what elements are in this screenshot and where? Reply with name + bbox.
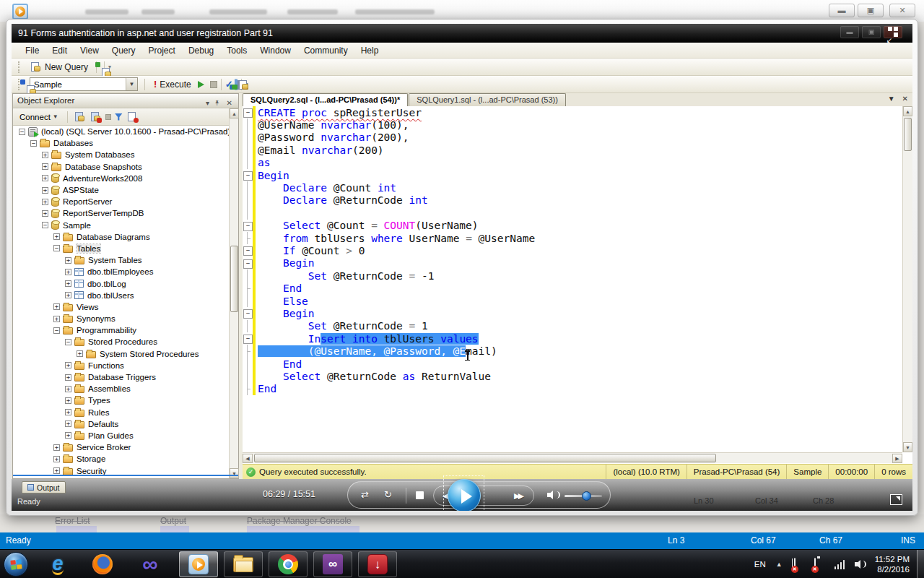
- outline-collapse-icon[interactable]: [243, 332, 253, 345]
- expand-icon[interactable]: +: [42, 199, 48, 205]
- disconnect-object-icon[interactable]: [90, 111, 102, 123]
- tree-item[interactable]: +AdventureWorks2008: [13, 173, 230, 184]
- tab-list-dropdown-icon[interactable]: ▼: [888, 95, 895, 103]
- expand-icon[interactable]: +: [65, 432, 71, 439]
- tree-item[interactable]: +Storage: [13, 453, 230, 465]
- expand-icon[interactable]: +: [65, 292, 71, 298]
- volume-icon[interactable]: [855, 559, 866, 571]
- expand-icon[interactable]: +: [53, 233, 60, 240]
- expand-icon[interactable]: +: [65, 374, 71, 381]
- tree-item[interactable]: +dbo.tblUsers: [13, 290, 230, 301]
- show-desktop-button[interactable]: [917, 550, 924, 578]
- toolbar-grip[interactable]: [18, 61, 22, 73]
- outline-collapse-icon[interactable]: [243, 257, 253, 269]
- menu-help[interactable]: Help: [354, 44, 385, 57]
- taskbar-windows-media-player[interactable]: [179, 551, 218, 577]
- volume-slider-knob[interactable]: [582, 491, 591, 501]
- collapse-icon[interactable]: −: [53, 327, 60, 334]
- scrollbar-thumb[interactable]: [230, 246, 238, 312]
- scrollbar-thumb[interactable]: [904, 118, 912, 151]
- menu-project[interactable]: Project: [142, 44, 182, 57]
- expand-icon[interactable]: +: [65, 409, 71, 415]
- stop-button[interactable]: [416, 491, 424, 499]
- object-explorer-scrollbar[interactable]: ▲ ▼: [229, 108, 238, 478]
- tree-item[interactable]: +Rules: [13, 407, 230, 418]
- tree-item[interactable]: +Assemblies: [13, 383, 230, 394]
- outline-collapse-icon[interactable]: [243, 220, 253, 232]
- menu-tools[interactable]: Tools: [220, 44, 253, 57]
- mute-speaker-icon[interactable]: [547, 491, 553, 499]
- new-query-button[interactable]: New Query: [25, 60, 92, 74]
- tree-item[interactable]: +Service Broker: [13, 441, 230, 453]
- taskbar-download-manager[interactable]: ↓: [358, 551, 397, 577]
- connect-button[interactable]: Connect ▼: [17, 111, 61, 123]
- menu-query[interactable]: Query: [105, 44, 142, 57]
- action-center-flag-icon[interactable]: ✕: [794, 558, 806, 570]
- menu-community[interactable]: Community: [297, 44, 354, 57]
- play-button[interactable]: [448, 479, 481, 511]
- expand-icon[interactable]: +: [53, 444, 60, 451]
- tree-item[interactable]: +ASPState: [13, 184, 230, 196]
- collapse-icon[interactable]: −: [65, 339, 71, 345]
- outline-collapse-icon[interactable]: [243, 169, 253, 181]
- code-editor-surface[interactable]: CREATE proc spRegisterUser@UserName nvar…: [243, 106, 902, 452]
- tree-item[interactable]: +Functions: [13, 360, 230, 371]
- collapse-icon[interactable]: −: [53, 245, 60, 251]
- tree-item[interactable]: −Databases: [13, 137, 230, 149]
- outline-collapse-icon[interactable]: [243, 244, 253, 256]
- editor-vertical-scrollbar[interactable]: ▲ ▼: [902, 106, 912, 452]
- tree-item[interactable]: +Database Triggers: [13, 371, 230, 383]
- expand-icon[interactable]: +: [42, 175, 48, 181]
- tree-item[interactable]: +ReportServer: [13, 196, 230, 207]
- scroll-up-icon[interactable]: ▲: [903, 106, 912, 116]
- expand-icon[interactable]: +: [65, 397, 71, 404]
- menu-window[interactable]: Window: [253, 44, 297, 57]
- execute-button[interactable]: ! Execute: [149, 77, 196, 91]
- filter-icon[interactable]: [115, 113, 123, 121]
- close-document-icon[interactable]: ✕: [902, 95, 908, 103]
- repeat-icon[interactable]: ↻: [384, 489, 392, 500]
- expand-icon[interactable]: +: [77, 350, 83, 357]
- outline-collapse-icon[interactable]: [243, 106, 253, 118]
- expand-icon[interactable]: +: [42, 152, 48, 158]
- show-hidden-icons-arrow[interactable]: ▲: [776, 561, 783, 568]
- scroll-right-icon[interactable]: ▶: [892, 454, 902, 463]
- debug-play-icon[interactable]: [198, 81, 204, 88]
- connect-object-icon[interactable]: [74, 111, 86, 123]
- expand-icon[interactable]: +: [42, 210, 48, 217]
- document-tab-2[interactable]: SQLQuery1.sql - (l...ad-PC\Prasad (53)): [409, 93, 566, 106]
- video-viewport[interactable]: 91 Forms authentication in asp.net and u…: [12, 24, 912, 511]
- tree-item[interactable]: +Database Snapshots: [13, 161, 230, 173]
- database-combobox[interactable]: Sample ▼: [30, 77, 138, 91]
- taskbar-chrome[interactable]: [269, 551, 308, 577]
- fast-forward-button[interactable]: ▶▶: [514, 491, 522, 501]
- menu-debug[interactable]: Debug: [182, 44, 220, 57]
- expand-icon[interactable]: +: [65, 269, 71, 275]
- tree-item[interactable]: −Programmability: [13, 324, 230, 336]
- tree-item[interactable]: −Tables: [13, 243, 230, 254]
- volume-slider[interactable]: [565, 495, 602, 497]
- tree-item[interactable]: +System Tables: [13, 254, 230, 266]
- menu-view[interactable]: View: [74, 44, 105, 57]
- expand-icon[interactable]: +: [65, 280, 71, 287]
- tree-item[interactable]: +Synonyms: [13, 313, 230, 324]
- taskbar-visual-studio[interactable]: ∞: [313, 551, 352, 577]
- window-maximize-button[interactable]: ▣: [858, 4, 884, 17]
- scroll-left-icon[interactable]: ◀: [243, 454, 253, 463]
- fullscreen-toggle-icon[interactable]: ↙: [888, 27, 901, 38]
- expand-icon[interactable]: +: [65, 420, 71, 427]
- start-button[interactable]: [4, 552, 28, 577]
- window-close-button[interactable]: ✕: [889, 4, 915, 17]
- expand-icon[interactable]: +: [65, 362, 71, 368]
- taskbar-blend[interactable]: ∞: [136, 553, 165, 576]
- shuffle-icon[interactable]: ⇄: [361, 489, 369, 500]
- taskbar-internet-explorer[interactable]: e: [43, 553, 72, 576]
- expand-icon[interactable]: +: [53, 456, 60, 462]
- menu-edit[interactable]: Edit: [45, 44, 74, 57]
- tree-item[interactable]: +Views: [13, 301, 230, 313]
- expand-icon[interactable]: +: [53, 467, 60, 474]
- tree-item[interactable]: +dbo.tblLog: [13, 277, 230, 289]
- tree-item[interactable]: +System Stored Procedures: [13, 348, 230, 360]
- expand-icon[interactable]: +: [53, 316, 60, 322]
- expand-icon[interactable]: +: [53, 303, 60, 310]
